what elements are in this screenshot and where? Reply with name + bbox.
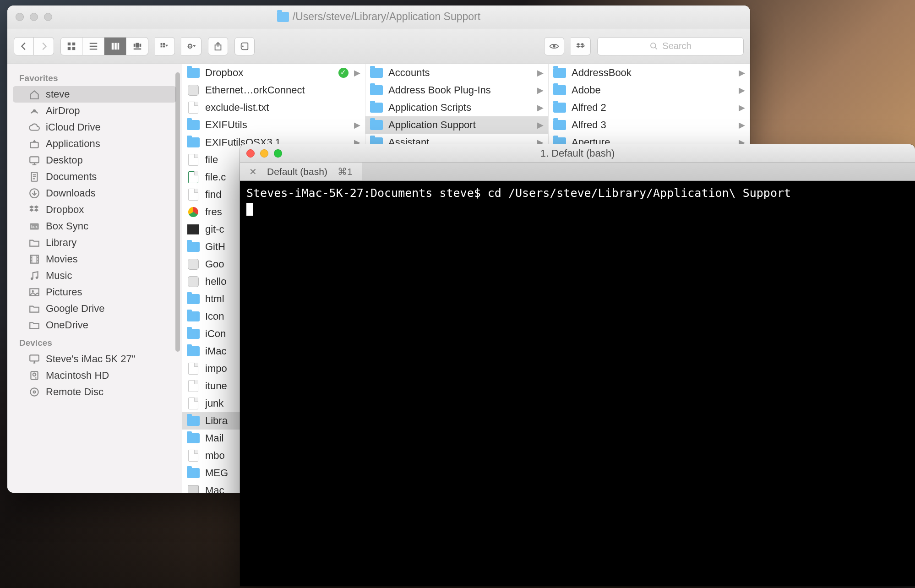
sidebar-item-desktop[interactable]: Desktop [7,152,182,169]
back-button[interactable] [14,37,34,55]
window-close-button[interactable] [16,13,24,21]
movies-icon [28,253,40,265]
file-row[interactable]: Alfred 3▶ [549,116,750,134]
file-row-label: EXIFUtils [205,119,349,131]
sidebar-item-onedrive[interactable]: OneDrive [7,317,182,333]
view-coverflow-button[interactable] [126,37,148,55]
file-row[interactable]: Ethernet…orkConnect [182,82,365,99]
sidebar-item-airdrop[interactable]: AirDrop [7,103,182,119]
imac-icon [28,353,40,365]
svg-rect-6 [117,43,119,49]
finder-titlebar[interactable]: /Users/steve/Library/Application Support [7,5,750,28]
file-row-label: exclude-list.txt [205,102,360,114]
folder-icon [187,120,200,130]
file-row[interactable]: Dropbox▶ [182,64,365,82]
folder-icon [187,68,200,78]
sidebar-item-library[interactable]: Library [7,234,182,251]
file-row[interactable]: Alfred 2▶ [549,99,750,116]
terminal-tabbar: ✕ Default (bash) ⌘1 [240,163,915,181]
terminal-content[interactable]: Steves-iMac-5K-27:Documents steve$ cd /U… [240,181,915,586]
chevron-right-icon: ▶ [739,85,745,95]
sidebar-scrollbar[interactable] [175,72,180,352]
svg-point-18 [242,45,244,47]
sidebar-item-steve[interactable]: steve [13,86,176,103]
quicklook-button[interactable] [544,37,564,55]
terminal-tab-shortcut: ⌘1 [338,166,353,177]
finder-toolbar: Search [7,28,750,64]
file-row[interactable]: Application Support▶ [365,116,548,134]
folder-icon [370,103,383,113]
svg-rect-2 [68,47,71,49]
dropbox-icon [576,41,586,51]
svg-point-37 [30,388,38,396]
sidebar-item-movies[interactable]: Movies [7,251,182,267]
window-minimize-button[interactable] [260,149,268,158]
terminal-window-title: 1. Default (bash) [240,147,915,159]
svg-point-20 [651,43,656,48]
terminal-titlebar[interactable]: 1. Default (bash) [240,144,915,163]
share-button[interactable] [208,37,228,55]
file-row[interactable]: AddressBook▶ [549,64,750,82]
sidebar-item-label: Library [46,237,76,249]
file-row[interactable]: EXIFUtils▶ [182,116,365,134]
home-icon [28,88,40,100]
sidebar-item-pictures[interactable]: Pictures [7,284,182,300]
search-placeholder: Search [662,41,691,51]
sidebar-item-icloud-drive[interactable]: iCloud Drive [7,119,182,136]
arrange-button[interactable] [155,37,175,55]
search-input[interactable]: Search [597,37,744,55]
sidebar-section-header: Favorites [7,69,182,86]
svg-rect-10 [133,48,141,49]
terminal-prompt: Steves-iMac-5K-27:Documents steve$ [246,186,488,200]
folder-icon [28,319,40,331]
window-minimize-button[interactable] [30,13,38,21]
pictures-icon [28,286,40,298]
svg-point-19 [553,45,556,48]
airdrop-icon [28,105,40,117]
svg-rect-3 [72,47,75,49]
dropbox-button[interactable] [571,37,591,55]
sidebar-item-label: Remote Disc [46,386,103,398]
window-zoom-button[interactable] [44,13,52,21]
view-columns-button[interactable] [104,37,126,55]
file-row[interactable]: Address Book Plug-Ins▶ [365,82,548,99]
file-icon [188,380,198,392]
sidebar-item-macintosh-hd[interactable]: Macintosh HD [7,367,182,384]
folder-icon [187,242,200,252]
file-row-label: Dropbox [205,67,333,79]
file-row[interactable]: Adobe▶ [549,82,750,99]
chevron-right-icon: ▶ [739,120,745,130]
sidebar-item-steve-s-imac-5k-27-[interactable]: Steve's iMac 5K 27" [7,351,182,367]
file-row[interactable]: Application Scripts▶ [365,99,548,116]
window-zoom-button[interactable] [274,149,282,158]
svg-rect-33 [30,355,39,361]
chevron-left-icon [19,41,29,51]
sidebar-item-applications[interactable]: Applications [7,136,182,152]
terminal-tab[interactable]: ✕ Default (bash) ⌘1 [240,163,362,180]
sidebar-item-remote-disc[interactable]: Remote Disc [7,384,182,400]
action-button[interactable] [181,37,202,55]
sidebar-item-google-drive[interactable]: Google Drive [7,300,182,317]
sidebar-item-dropbox[interactable]: Dropbox [7,201,182,218]
chevron-right-icon: ▶ [537,103,544,113]
svg-point-29 [31,278,33,280]
terminal-window: 1. Default (bash) ✕ Default (bash) ⌘1 St… [240,144,915,586]
view-list-button[interactable] [82,37,104,55]
sidebar-item-box-sync[interactable]: boxBox Sync [7,218,182,234]
view-icons-button[interactable] [60,37,82,55]
sidebar-item-music[interactable]: Music [7,267,182,284]
svg-point-32 [32,290,34,292]
sidebar-item-documents[interactable]: Documents [7,169,182,185]
svg-rect-8 [133,44,135,46]
svg-point-16 [189,45,191,47]
columns-icon [110,41,120,51]
file-row[interactable]: Accounts▶ [365,64,548,82]
tags-button[interactable] [234,37,255,55]
window-close-button[interactable] [246,149,255,158]
file-row[interactable]: exclude-list.txt [182,99,365,116]
sidebar-item-label: Box Sync [46,220,88,232]
sidebar-item-downloads[interactable]: Downloads [7,185,182,201]
chevron-right-icon [39,41,49,51]
close-icon[interactable]: ✕ [249,166,257,177]
forward-button[interactable] [34,37,54,55]
